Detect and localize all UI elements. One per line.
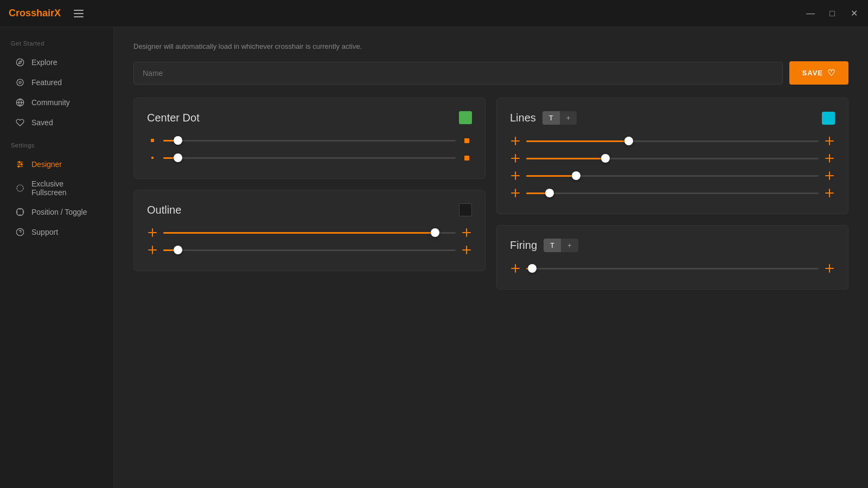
center-dot-title: Center Dot [147,112,200,124]
sidebar-label-designer: Designer [31,160,62,169]
cards-grid: Center Dot [133,98,848,290]
sidebar-label-saved: Saved [31,118,53,127]
dot-xs-icon [147,152,158,163]
sidebar-item-position-toggle[interactable]: Position / Toggle [4,202,109,222]
save-label: SAVE [802,69,823,77]
center-dot-swatch[interactable] [459,111,472,124]
lines-slider-wrap-4[interactable] [526,188,819,198]
center-dot-slider-2 [147,152,472,163]
firing-header: Firing T + [510,239,835,252]
center-dot-header: Center Dot [147,111,472,124]
outline-cross-left2-icon [147,245,158,255]
minimize-button[interactable]: — [805,8,816,19]
sidebar-item-explore[interactable]: Explore [4,53,109,72]
lines-cross-right2-icon [824,153,835,164]
firing-tab-plus[interactable]: + [561,239,578,252]
sidebar-label-support: Support [31,228,58,236]
svg-marker-1 [18,61,22,64]
sliders-icon [15,159,25,169]
star-icon [15,78,25,87]
name-input[interactable] [133,62,783,85]
crosshair-icon [15,207,25,217]
outline-card: Outline [133,190,486,271]
sidebar-item-featured[interactable]: Featured [4,73,109,92]
sidebar-label-community: Community [31,98,70,107]
lines-title: Lines [510,112,536,124]
svg-point-3 [19,81,21,84]
lines-cross-left3-icon [510,170,521,181]
outline-slider-wrap-2[interactable] [163,245,456,255]
firing-slider-wrap-1[interactable] [526,263,819,274]
svg-point-9 [18,162,20,163]
help-icon [15,227,25,237]
svg-point-2 [17,79,23,86]
dot-large-icon [461,135,472,146]
lines-tab-plus[interactable]: + [560,111,577,125]
dot-end-icon [461,152,472,163]
lines-slider-3 [510,170,835,181]
outline-header: Outline [147,203,472,216]
outline-slider-wrap-1[interactable] [163,227,456,238]
titlebar-left: CrosshairX [9,8,84,19]
firing-tab-t[interactable]: T [544,239,561,252]
dot-small-icon [147,135,158,146]
svg-point-10 [21,164,22,165]
content-area: Designer will automatically load in whic… [114,27,868,488]
lines-cross-right3-icon [824,170,835,181]
lines-slider-wrap-1[interactable] [526,136,819,146]
outline-cross-right-icon [461,227,472,238]
lines-slider-1 [510,136,835,146]
lines-cross-left4-icon [510,188,521,198]
svg-point-0 [16,59,23,66]
outline-cross-right2-icon [461,245,472,255]
svg-point-12 [17,185,23,191]
sidebar-item-exclusive-fullscreen[interactable]: Exclusive Fullscreen [4,175,109,202]
slider-wrapper[interactable] [163,135,456,146]
hamburger-menu[interactable] [74,10,84,17]
sidebar-item-community[interactable]: Community [4,93,109,112]
sidebar-item-designer[interactable]: Designer [4,155,109,174]
lines-cross-right1-icon [824,136,835,146]
lines-slider-2 [510,153,835,164]
right-column: Lines T + [496,98,848,290]
lines-title-row: Lines T + [510,111,577,125]
slider-wrapper-2[interactable] [163,152,456,163]
svg-point-11 [18,166,20,168]
firing-tab-group: T + [544,239,578,252]
close-button[interactable]: ✕ [848,8,859,19]
outline-cross-left-icon [147,227,158,238]
lines-slider-wrap-3[interactable] [526,170,819,181]
sidebar: Get Started Explore Featured Community S… [0,27,114,488]
main-layout: Get Started Explore Featured Community S… [0,27,868,488]
firing-title-row: Firing T + [510,239,578,252]
lines-tab-t[interactable]: T [542,111,560,125]
firing-cross-left-icon [510,263,521,274]
firing-card: Firing T + [496,225,848,290]
app-title-accent: X [54,8,61,18]
svg-point-18 [16,228,23,235]
lines-header: Lines T + [510,111,835,125]
heart-icon [15,118,25,127]
globe-icon [15,98,25,107]
app-title-main: Crosshair [9,8,54,18]
outline-slider-1 [147,227,472,238]
sidebar-item-support[interactable]: Support [4,222,109,242]
lines-swatch[interactable] [822,112,835,125]
maximize-button[interactable]: □ [827,8,838,19]
lines-tab-group: T + [542,111,577,125]
left-column: Center Dot [133,98,486,290]
outline-swatch[interactable] [459,203,472,216]
save-button[interactable]: SAVE ♡ [789,61,848,85]
titlebar: CrosshairX — □ ✕ [0,0,868,27]
sidebar-label-featured: Featured [31,78,62,87]
lines-slider-4 [510,188,835,198]
compass-icon [15,57,25,67]
sidebar-section-get-started: Get Started [0,40,113,52]
sidebar-section-settings: Settings [0,142,113,154]
lines-card: Lines T + [496,98,848,214]
firing-title: Firing [510,239,537,252]
lines-cross-right4-icon [824,188,835,198]
outline-slider-2 [147,245,472,255]
sidebar-item-saved[interactable]: Saved [4,113,109,132]
lines-slider-wrap-2[interactable] [526,153,819,164]
